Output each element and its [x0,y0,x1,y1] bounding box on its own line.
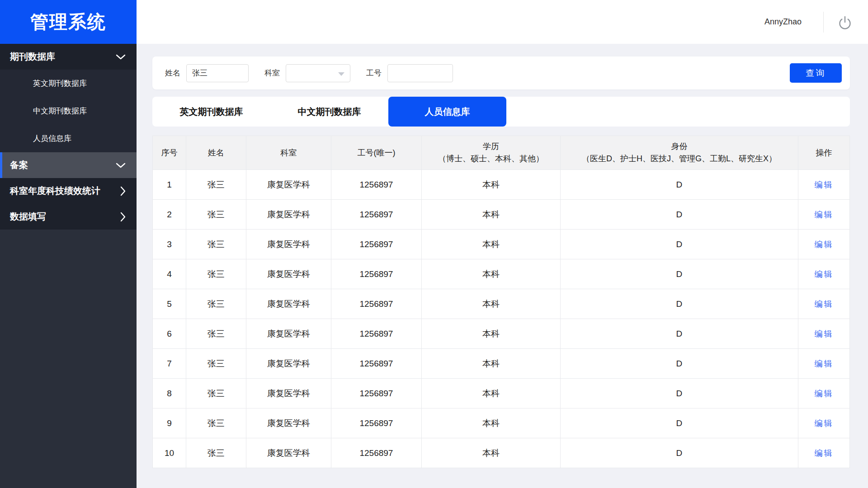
col-name: 姓名 [186,136,246,170]
power-icon [836,14,854,31]
edit-link[interactable]: 编辑 [814,359,833,368]
action-cell: 编辑 [798,379,849,408]
seq-cell: 6 [153,319,186,349]
sidebar-menu: 期刊数据库 英文期刊数据库 中文期刊数据库 人员信息库 备案 [0,44,137,230]
degree-cell: 本科 [422,379,561,408]
dept-label: 科室 [264,68,280,78]
identity-cell: D [561,349,798,379]
table-row: 7张三康复医学科1256897本科D编辑 [153,349,850,379]
dept-cell: 康复医学科 [246,349,331,379]
dept-select[interactable] [286,64,350,82]
action-cell: 编辑 [798,349,849,379]
edit-link[interactable]: 编辑 [814,300,833,309]
edit-link[interactable]: 编辑 [814,329,833,338]
action-cell: 编辑 [798,230,849,259]
name-cell: 张三 [186,200,246,230]
sidebar-item-label: 备案 [10,159,28,171]
degree-cell: 本科 [422,170,561,200]
table-row: 4张三康复医学科1256897本科D编辑 [153,259,850,289]
seq-cell: 9 [153,408,186,438]
seq-cell: 3 [153,230,186,259]
action-cell: 编辑 [798,408,849,438]
table-row: 8张三康复医学科1256897本科D编辑 [153,379,850,408]
tabs-bar: 英文期刊数据库 中文期刊数据库 人员信息库 [152,97,850,127]
action-cell: 编辑 [798,200,849,230]
app-logo: 管理系统 [0,0,137,44]
table-row: 2张三康复医学科1256897本科D编辑 [153,200,850,230]
edit-link[interactable]: 编辑 [814,210,833,219]
name-cell: 张三 [186,230,246,259]
worker-id-cell: 1256897 [331,379,421,408]
identity-cell: D [561,319,798,349]
edit-link[interactable]: 编辑 [814,270,833,279]
table-body: 1张三康复医学科1256897本科D编辑2张三康复医学科1256897本科D编辑… [153,170,850,468]
sidebar-item-label: 人员信息库 [33,133,71,144]
worker-id-cell: 1256897 [331,319,421,349]
seq-cell: 7 [153,349,186,379]
worker-id-cell: 1256897 [331,170,421,200]
col-seq: 序号 [153,136,186,170]
identity-cell: D [561,259,798,289]
sidebar-item-personnel-db[interactable]: 人员信息库 [0,125,137,152]
degree-cell: 本科 [422,319,561,349]
name-cell: 张三 [186,289,246,319]
identity-cell: D [561,170,798,200]
name-label: 姓名 [165,68,180,78]
table-row: 3张三康复医学科1256897本科D编辑 [153,230,850,259]
degree-cell: 本科 [422,289,561,319]
sidebar-item-filing[interactable]: 备案 [0,152,137,178]
worker-id-cell: 1256897 [331,200,421,230]
edit-link[interactable]: 编辑 [814,389,833,398]
username[interactable]: AnnyZhao [764,17,802,27]
identity-cell: D [561,438,798,468]
sidebar-item-label: 数据填写 [10,211,46,223]
name-cell: 张三 [186,408,246,438]
name-cell: 张三 [186,319,246,349]
table-row: 5张三康复医学科1256897本科D编辑 [153,289,850,319]
worker-id-cell: 1256897 [331,408,421,438]
col-identity: 身份（医生D、护士H、医技J、管理G、工勤L、研究生X） [561,136,798,170]
col-worker-id: 工号(唯一) [331,136,421,170]
action-cell: 编辑 [798,319,849,349]
name-cell: 张三 [186,170,246,200]
edit-link[interactable]: 编辑 [814,180,833,189]
sidebar-item-dept-annual-performance[interactable]: 科室年度科技绩效统计 [0,178,137,204]
edit-link[interactable]: 编辑 [814,240,833,249]
sidebar-item-label: 期刊数据库 [10,51,55,63]
edit-link[interactable]: 编辑 [814,419,833,428]
top-header: AnnyZhao [137,0,868,44]
sidebar-item-chinese-journal-db[interactable]: 中文期刊数据库 [0,97,137,125]
tab-personnel-db[interactable]: 人员信息库 [388,97,506,127]
dept-cell: 康复医学科 [246,438,331,468]
dept-cell: 康复医学科 [246,408,331,438]
dept-cell: 康复医学科 [246,259,331,289]
degree-cell: 本科 [422,408,561,438]
sidebar-item-label: 中文期刊数据库 [33,106,87,116]
tab-chinese-journal-db[interactable]: 中文期刊数据库 [270,97,388,127]
seq-cell: 1 [153,170,186,200]
dept-cell: 康复医学科 [246,289,331,319]
worker-id-cell: 1256897 [331,230,421,259]
worker-id-label: 工号 [366,68,382,78]
main-area: AnnyZhao 姓名 科室 工号 [137,0,868,488]
identity-cell: D [561,230,798,259]
edit-link[interactable]: 编辑 [814,449,833,458]
sidebar-item-label: 英文期刊数据库 [33,78,87,89]
name-input[interactable] [186,64,249,82]
name-cell: 张三 [186,349,246,379]
tab-english-journal-db[interactable]: 英文期刊数据库 [152,97,270,127]
search-button[interactable]: 查询 [790,63,842,83]
seq-cell: 5 [153,289,186,319]
chevron-down-icon [116,163,126,168]
table-header-row: 序号 姓名 科室 工号(唯一) 学历（博士、硕士、本科、其他） 身份（医生D、护… [153,136,850,170]
degree-cell: 本科 [422,230,561,259]
sidebar-item-journal-database[interactable]: 期刊数据库 [0,44,137,70]
sidebar-item-data-entry[interactable]: 数据填写 [0,204,137,230]
worker-id-cell: 1256897 [331,289,421,319]
app-root: 管理系统 期刊数据库 英文期刊数据库 中文期刊数据库 人员信息库 [0,0,868,488]
worker-id-input[interactable] [387,64,453,82]
dept-cell: 康复医学科 [246,379,331,408]
logout-button[interactable] [835,13,854,32]
degree-cell: 本科 [422,200,561,230]
sidebar-item-english-journal-db[interactable]: 英文期刊数据库 [0,70,137,97]
